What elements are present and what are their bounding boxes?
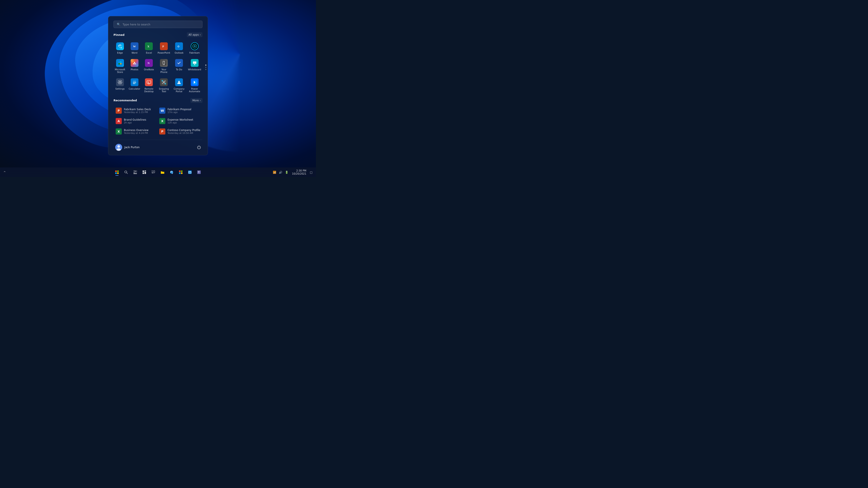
app-icon-remotedesktop (145, 78, 153, 86)
date: 10/20/2021 (292, 172, 306, 175)
app-outlook[interactable]: O Outlook (172, 40, 186, 56)
app-name-whiteboard: Whiteboard (188, 68, 201, 71)
app-word[interactable]: W Word (127, 40, 142, 56)
username: Jack Purton (124, 146, 140, 149)
svg-line-54 (127, 173, 128, 174)
page-indicator (205, 65, 206, 70)
app-yourphone[interactable]: Your Phone (156, 57, 172, 75)
svg-rect-70 (181, 172, 183, 174)
svg-rect-55 (133, 170, 135, 173)
taskbar-left: ^ (3, 170, 7, 175)
rec-info-fabrikam-proposal: Fabrikam Proposal 17m ago (167, 108, 200, 113)
app-icon-outlook: O (175, 42, 183, 50)
more-button[interactable]: More › (190, 98, 203, 103)
search-bar[interactable]: 🔍 Type here to search (114, 21, 203, 28)
rec-item-fabrikam-sales[interactable]: P Fabrikam Sales Deck Yesterday at 1:15 … (114, 106, 156, 116)
svg-rect-35 (133, 83, 134, 84)
rec-info-brand-guidelines: Brand Guidelines 2h ago (124, 118, 154, 124)
taskbar-icon-fileexplorer[interactable] (158, 168, 167, 176)
app-snipping[interactable]: Snipping Tool (156, 76, 172, 95)
taskbar-icon-taskview[interactable] (131, 168, 139, 176)
app-edge[interactable]: Edge (114, 40, 126, 56)
battery-icon[interactable]: 🔋 (284, 170, 289, 175)
svg-rect-58 (143, 170, 144, 172)
svg-rect-12 (118, 61, 122, 65)
app-name-yourphone: Your Phone (158, 68, 170, 73)
app-excel[interactable]: X Excel (142, 40, 155, 56)
svg-rect-68 (181, 170, 183, 172)
app-remotedesktop[interactable]: Remote Desktop (142, 76, 155, 95)
taskbar-icon-teams-tb[interactable]: T (195, 168, 203, 176)
app-name-photos: Photos (131, 68, 138, 71)
svg-rect-51 (115, 172, 117, 174)
rec-item-brand-guidelines[interactable]: A Brand Guidelines 2h ago (114, 116, 156, 126)
taskbar-icon-widgets[interactable] (140, 168, 148, 176)
app-icon-calculator (131, 78, 138, 86)
pinned-apps-grid: Edge W Word X Excel P PowerPoint O Outlo… (114, 40, 203, 95)
app-calculator[interactable]: Calculator (127, 76, 142, 95)
dot-3 (205, 69, 206, 70)
app-name-powerpoint: PowerPoint (158, 52, 170, 54)
rec-icon-brand-guidelines: A (116, 118, 122, 124)
taskbar-icon-outlook-tb[interactable] (186, 168, 194, 176)
app-name-msstore: Microsoft Store (115, 68, 125, 73)
svg-point-44 (178, 81, 180, 82)
app-name-powerautomate: Power Automate (188, 88, 201, 93)
svg-rect-49 (115, 170, 117, 172)
clock[interactable]: 2:30 PM 10/20/2021 (290, 169, 308, 176)
svg-rect-13 (119, 61, 120, 63)
taskbar-icon-start[interactable] (113, 168, 121, 176)
svg-rect-32 (133, 82, 134, 83)
power-button[interactable] (195, 144, 203, 151)
app-name-word: Word (131, 52, 137, 54)
svg-rect-60 (143, 172, 144, 174)
svg-rect-52 (117, 172, 119, 174)
rec-item-fabrikam-proposal[interactable]: W Fabrikam Proposal 17m ago (157, 106, 203, 116)
dot-2 (205, 67, 206, 68)
app-todo[interactable]: To Do (172, 57, 186, 75)
rec-item-contoso-profile[interactable]: P Contoso Company Profile Yesterday at 1… (157, 127, 203, 136)
taskbar: ^ T 📶 🔊 🔋 2:30 PM 10/20/2021 □ (0, 167, 316, 177)
app-name-outlook: Outlook (175, 52, 184, 54)
rec-item-business-overview[interactable]: X Business Overview Yesterday at 4:24 PM (114, 127, 156, 136)
app-whiteboard[interactable]: Whiteboard (187, 57, 203, 75)
app-companyportal[interactable]: Company Portal (172, 76, 186, 95)
app-icon-edge (116, 42, 124, 50)
app-photos[interactable]: Photos (127, 57, 142, 75)
svg-rect-61 (145, 172, 146, 174)
rec-time-brand-guidelines: 2h ago (124, 121, 154, 124)
rec-time-fabrikam-sales: Yesterday at 1:15 PM (124, 111, 154, 113)
app-settings[interactable]: Settings (114, 76, 126, 95)
volume-icon[interactable]: 🔊 (278, 170, 283, 175)
svg-rect-50 (117, 170, 119, 172)
app-powerautomate[interactable]: Power Automate (187, 76, 203, 95)
app-icon-powerautomate (191, 78, 198, 86)
app-msstore[interactable]: Microsoft Store (114, 57, 126, 75)
taskbar-icon-chat[interactable] (149, 168, 158, 176)
recommended-header: Recommended More › (114, 98, 203, 103)
taskbar-icon-search[interactable] (122, 168, 130, 176)
app-powerpoint[interactable]: P PowerPoint (156, 40, 172, 56)
rec-name-fabrikam-proposal: Fabrikam Proposal (167, 108, 200, 111)
app-name-todo: To Do (176, 68, 182, 71)
rec-info-fabrikam-sales: Fabrikam Sales Deck Yesterday at 1:15 PM (124, 108, 154, 113)
search-input[interactable]: Type here to search (123, 23, 199, 26)
rec-name-contoso-profile: Contoso Company Profile (167, 129, 200, 132)
taskbar-icon-store-tb[interactable] (177, 168, 185, 176)
rec-item-expense-worksheet[interactable]: X Expense Worksheet 12h ago (157, 116, 203, 126)
rec-icon-contoso-profile: P (159, 128, 165, 134)
network-icon[interactable]: 📶 (272, 170, 277, 175)
notification-button[interactable]: □ (309, 170, 313, 175)
pinned-header: Pinned All apps › (114, 32, 203, 37)
app-icon-todo (175, 59, 183, 67)
svg-rect-15 (119, 63, 120, 64)
start-menu: 🔍 Type here to search Pinned All apps › … (108, 16, 208, 155)
all-apps-button[interactable]: All apps › (187, 32, 203, 37)
user-profile[interactable]: Jack Purton (114, 143, 141, 152)
app-onenote[interactable]: N OneNote (142, 57, 155, 75)
app-name-calculator: Calculator (129, 88, 140, 90)
system-tray-chevron[interactable]: ^ (3, 170, 7, 175)
taskbar-icon-edge-tb[interactable] (167, 168, 176, 176)
rec-time-expense-worksheet: 12h ago (167, 121, 200, 124)
app-fabrikam[interactable]: Fabrikam (187, 40, 203, 56)
